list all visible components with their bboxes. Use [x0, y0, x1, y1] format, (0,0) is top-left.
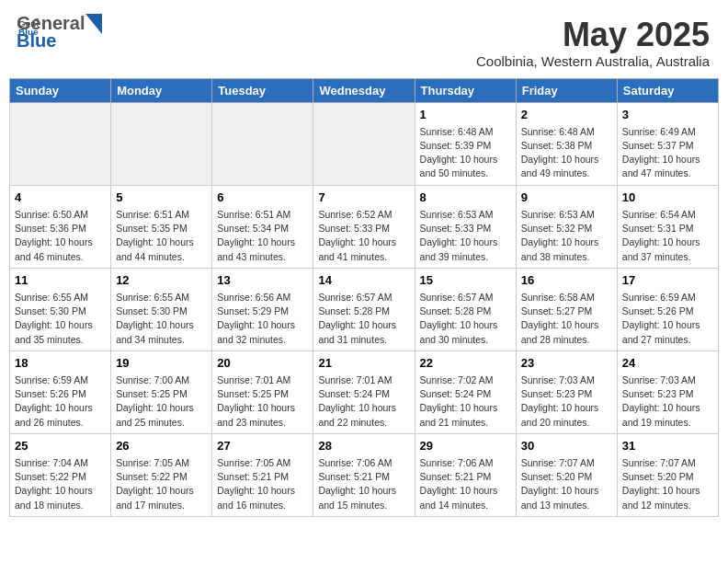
- calendar-cell-w4-d3: 20Sunrise: 7:01 AM Sunset: 5:25 PM Dayli…: [212, 350, 313, 433]
- header-friday: Friday: [516, 78, 617, 102]
- calendar-week-1: 1Sunrise: 6:48 AM Sunset: 5:39 PM Daylig…: [10, 102, 719, 185]
- calendar-cell-w4-d1: 18Sunrise: 6:59 AM Sunset: 5:26 PM Dayli…: [10, 350, 111, 433]
- calendar-cell-w3-d6: 16Sunrise: 6:58 AM Sunset: 5:27 PM Dayli…: [516, 268, 617, 350]
- header-monday: Monday: [111, 78, 212, 102]
- calendar-cell-w4-d6: 23Sunrise: 7:03 AM Sunset: 5:23 PM Dayli…: [516, 350, 617, 433]
- day-info: Sunrise: 7:07 AM Sunset: 5:20 PM Dayligh…: [521, 456, 612, 512]
- day-info: Sunrise: 6:53 AM Sunset: 5:33 PM Dayligh…: [420, 208, 511, 264]
- day-info: Sunrise: 7:05 AM Sunset: 5:21 PM Dayligh…: [217, 456, 308, 512]
- day-number: 24: [622, 355, 713, 372]
- calendar-cell-w2-d4: 7Sunrise: 6:52 AM Sunset: 5:33 PM Daylig…: [313, 185, 415, 268]
- day-number: 8: [420, 190, 511, 206]
- day-number: 17: [622, 272, 713, 289]
- calendar-cell-w1-d2: [111, 102, 212, 185]
- day-info: Sunrise: 7:06 AM Sunset: 5:21 PM Dayligh…: [318, 456, 409, 512]
- day-number: 25: [15, 438, 106, 454]
- calendar-week-4: 18Sunrise: 6:59 AM Sunset: 5:26 PM Dayli…: [10, 350, 719, 433]
- calendar-cell-w2-d2: 5Sunrise: 6:51 AM Sunset: 5:35 PM Daylig…: [111, 185, 212, 268]
- calendar-cell-w1-d6: 2Sunrise: 6:48 AM Sunset: 5:38 PM Daylig…: [516, 102, 617, 185]
- page-title: May 2025: [476, 17, 710, 53]
- day-info: Sunrise: 7:04 AM Sunset: 5:22 PM Dayligh…: [15, 456, 106, 512]
- header-thursday: Thursday: [415, 78, 516, 102]
- calendar-cell-w5-d7: 31Sunrise: 7:07 AM Sunset: 5:20 PM Dayli…: [617, 433, 718, 516]
- calendar-cell-w5-d4: 28Sunrise: 7:06 AM Sunset: 5:21 PM Dayli…: [313, 433, 415, 516]
- day-info: Sunrise: 6:59 AM Sunset: 5:26 PM Dayligh…: [15, 373, 106, 430]
- day-info: Sunrise: 7:00 AM Sunset: 5:25 PM Dayligh…: [116, 373, 207, 430]
- day-number: 26: [116, 438, 207, 454]
- day-info: Sunrise: 6:48 AM Sunset: 5:39 PM Dayligh…: [420, 125, 511, 181]
- calendar-cell-w5-d2: 26Sunrise: 7:05 AM Sunset: 5:22 PM Dayli…: [111, 433, 212, 516]
- day-info: Sunrise: 7:01 AM Sunset: 5:25 PM Dayligh…: [217, 373, 308, 430]
- calendar-cell-w1-d4: [313, 102, 415, 185]
- day-number: 22: [420, 355, 511, 372]
- day-info: Sunrise: 6:50 AM Sunset: 5:36 PM Dayligh…: [15, 208, 106, 264]
- day-number: 13: [217, 272, 308, 289]
- day-number: 15: [420, 272, 511, 289]
- calendar-week-5: 25Sunrise: 7:04 AM Sunset: 5:22 PM Dayli…: [10, 433, 719, 516]
- calendar-header-row: Sunday Monday Tuesday Wednesday Thursday…: [10, 78, 719, 102]
- calendar-cell-w3-d3: 13Sunrise: 6:56 AM Sunset: 5:29 PM Dayli…: [212, 268, 313, 350]
- header: General Blue May 2025 Coolbinia, Western…: [9, 9, 719, 73]
- day-info: Sunrise: 7:01 AM Sunset: 5:24 PM Dayligh…: [318, 373, 409, 430]
- day-info: Sunrise: 7:02 AM Sunset: 5:24 PM Dayligh…: [420, 373, 511, 430]
- day-info: Sunrise: 6:51 AM Sunset: 5:34 PM Dayligh…: [217, 208, 308, 264]
- day-number: 29: [420, 438, 511, 454]
- header-saturday: Saturday: [617, 78, 718, 102]
- day-info: Sunrise: 6:49 AM Sunset: 5:37 PM Dayligh…: [622, 125, 713, 181]
- calendar-cell-w4-d2: 19Sunrise: 7:00 AM Sunset: 5:25 PM Dayli…: [111, 350, 212, 433]
- header-sunday: Sunday: [10, 78, 111, 102]
- day-number: 19: [116, 355, 207, 372]
- day-info: Sunrise: 7:07 AM Sunset: 5:20 PM Dayligh…: [622, 456, 713, 512]
- calendar-cell-w2-d7: 10Sunrise: 6:54 AM Sunset: 5:31 PM Dayli…: [617, 185, 718, 268]
- calendar-week-3: 11Sunrise: 6:55 AM Sunset: 5:30 PM Dayli…: [10, 268, 719, 350]
- calendar-cell-w1-d7: 3Sunrise: 6:49 AM Sunset: 5:37 PM Daylig…: [617, 102, 718, 185]
- logo-container: General Blue: [17, 13, 102, 52]
- day-number: 14: [318, 272, 409, 289]
- day-number: 20: [217, 355, 308, 372]
- calendar-cell-w5-d3: 27Sunrise: 7:05 AM Sunset: 5:21 PM Dayli…: [212, 433, 313, 516]
- day-info: Sunrise: 6:48 AM Sunset: 5:38 PM Dayligh…: [521, 125, 612, 181]
- calendar-cell-w5-d1: 25Sunrise: 7:04 AM Sunset: 5:22 PM Dayli…: [10, 433, 111, 516]
- day-info: Sunrise: 6:54 AM Sunset: 5:31 PM Dayligh…: [622, 208, 713, 264]
- title-block: May 2025 Coolbinia, Western Australia, A…: [476, 17, 710, 69]
- svg-marker-3: [85, 14, 102, 34]
- calendar-cell-w1-d3: [212, 102, 313, 185]
- header-tuesday: Tuesday: [212, 78, 313, 102]
- day-number: 9: [521, 190, 612, 206]
- day-number: 6: [217, 190, 308, 206]
- day-number: 5: [116, 190, 207, 206]
- day-info: Sunrise: 7:05 AM Sunset: 5:22 PM Dayligh…: [116, 456, 207, 512]
- page-subtitle: Coolbinia, Western Australia, Australia: [476, 53, 710, 69]
- calendar-cell-w4-d5: 22Sunrise: 7:02 AM Sunset: 5:24 PM Dayli…: [415, 350, 516, 433]
- calendar-cell-w2-d5: 8Sunrise: 6:53 AM Sunset: 5:33 PM Daylig…: [415, 185, 516, 268]
- day-number: 30: [521, 438, 612, 454]
- calendar-cell-w3-d2: 12Sunrise: 6:55 AM Sunset: 5:30 PM Dayli…: [111, 268, 212, 350]
- day-number: 10: [622, 190, 713, 206]
- day-info: Sunrise: 7:03 AM Sunset: 5:23 PM Dayligh…: [521, 373, 612, 430]
- day-number: 31: [622, 438, 713, 454]
- calendar-cell-w1-d5: 1Sunrise: 6:48 AM Sunset: 5:39 PM Daylig…: [415, 102, 516, 185]
- calendar-table: Sunday Monday Tuesday Wednesday Thursday…: [9, 78, 719, 517]
- calendar-cell-w1-d1: [10, 102, 111, 185]
- day-number: 4: [15, 190, 106, 206]
- calendar-week-2: 4Sunrise: 6:50 AM Sunset: 5:36 PM Daylig…: [10, 185, 719, 268]
- day-number: 7: [318, 190, 409, 206]
- calendar-cell-w4-d7: 24Sunrise: 7:03 AM Sunset: 5:23 PM Dayli…: [617, 350, 718, 433]
- calendar-cell-w5-d6: 30Sunrise: 7:07 AM Sunset: 5:20 PM Dayli…: [516, 433, 617, 516]
- day-number: 27: [217, 438, 308, 454]
- calendar-cell-w3-d7: 17Sunrise: 6:59 AM Sunset: 5:26 PM Dayli…: [617, 268, 718, 350]
- day-number: 28: [318, 438, 409, 454]
- calendar-cell-w5-d5: 29Sunrise: 7:06 AM Sunset: 5:21 PM Dayli…: [415, 433, 516, 516]
- day-number: 21: [318, 355, 409, 372]
- day-number: 16: [521, 272, 612, 289]
- calendar-cell-w4-d4: 21Sunrise: 7:01 AM Sunset: 5:24 PM Dayli…: [313, 350, 415, 433]
- day-info: Sunrise: 6:57 AM Sunset: 5:28 PM Dayligh…: [420, 291, 511, 347]
- day-info: Sunrise: 6:56 AM Sunset: 5:29 PM Dayligh…: [217, 291, 308, 347]
- day-info: Sunrise: 6:58 AM Sunset: 5:27 PM Dayligh…: [521, 291, 612, 347]
- day-number: 3: [622, 107, 713, 123]
- day-info: Sunrise: 6:53 AM Sunset: 5:32 PM Dayligh…: [521, 208, 612, 264]
- day-info: Sunrise: 6:55 AM Sunset: 5:30 PM Dayligh…: [15, 291, 106, 347]
- header-wednesday: Wednesday: [313, 78, 415, 102]
- day-info: Sunrise: 7:03 AM Sunset: 5:23 PM Dayligh…: [622, 373, 713, 430]
- day-number: 11: [15, 272, 106, 289]
